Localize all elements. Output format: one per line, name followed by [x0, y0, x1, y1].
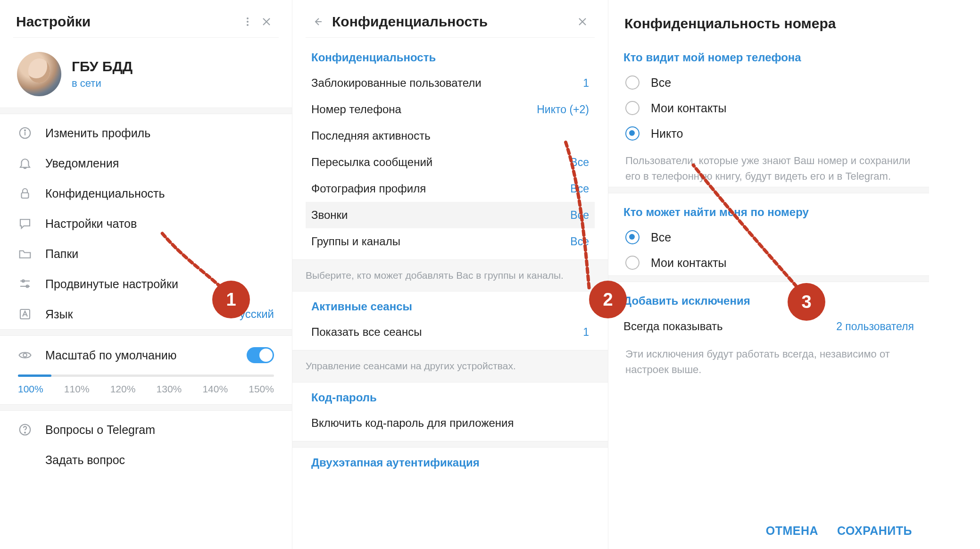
- settings-panel: Настройки ГБУ БДД в сети Изменить профил…: [0, 0, 292, 549]
- divider: [0, 108, 292, 114]
- zoom-step[interactable]: 120%: [110, 383, 136, 395]
- radio-icon: [625, 256, 639, 270]
- chat-icon: [18, 216, 36, 231]
- zoom-row: Масштаб по умолчанию: [13, 340, 279, 367]
- back-icon[interactable]: [308, 12, 327, 31]
- zoom-step[interactable]: 150%: [249, 383, 274, 395]
- zoom-step[interactable]: 140%: [202, 383, 228, 395]
- lock-icon: [18, 186, 36, 201]
- passcode-row[interactable]: Включить код-пароль для приложения: [306, 410, 595, 436]
- zoom-scale[interactable]: 100% 110% 120% 130% 140% 150%: [13, 367, 279, 404]
- bell-icon: [18, 156, 36, 171]
- panel3-title: Конфиденциальность номера: [624, 16, 913, 32]
- menu-notifications[interactable]: Уведомления: [13, 148, 279, 178]
- zoom-step[interactable]: 110%: [64, 383, 90, 395]
- menu-edit-profile[interactable]: Изменить профиль: [13, 118, 279, 148]
- svg-point-5: [25, 130, 25, 131]
- divider: [292, 441, 608, 448]
- svg-point-2: [247, 24, 249, 26]
- save-button[interactable]: СОХРАНИТЬ: [837, 524, 912, 538]
- zoom-step[interactable]: 100%: [18, 383, 43, 395]
- menu-label: Задать вопрос: [45, 453, 274, 467]
- menu-label: Изменить профиль: [45, 126, 274, 140]
- who-sees-heading: Кто видит мой номер телефона: [622, 42, 916, 70]
- radio-icon: [625, 230, 639, 244]
- annotation-arrow-3: [674, 141, 816, 308]
- hint-sessions: Управление сеансами на других устройства…: [292, 350, 608, 382]
- panel3-header: Конфиденциальность номера: [622, 9, 916, 38]
- avatar: [17, 52, 61, 96]
- exceptions-row[interactable]: Всегда показывать 2 пользователя: [622, 313, 916, 340]
- eye-icon: [18, 348, 36, 363]
- privacy-heading: Конфиденциальность: [306, 42, 595, 70]
- menu-faq[interactable]: Вопросы о Telegram: [13, 415, 279, 445]
- divider: [0, 329, 292, 336]
- privacy-panel: Конфиденциальность Конфиденциальность За…: [292, 0, 608, 549]
- zoom-step[interactable]: 130%: [157, 383, 182, 395]
- panel2-title: Конфиденциальность: [332, 14, 573, 30]
- folder-icon: [18, 246, 36, 261]
- step-badge-2: 2: [589, 281, 627, 318]
- panel1-header: Настройки: [13, 9, 279, 38]
- sliders-icon: [18, 276, 36, 291]
- help-icon: [18, 422, 36, 437]
- menu-privacy[interactable]: Конфиденциальность: [13, 178, 279, 208]
- svg-point-14: [25, 432, 25, 433]
- menu-label: Вопросы о Telegram: [45, 423, 274, 437]
- exceptions-desc: Эти исключения будут работать всегда, не…: [622, 340, 916, 380]
- svg-rect-6: [22, 193, 29, 198]
- profile-status: в сети: [72, 77, 133, 90]
- svg-point-1: [247, 21, 249, 23]
- priv-blocked[interactable]: Заблокированные пользователи1: [306, 70, 595, 96]
- menu-label: Конфиденциальность: [45, 187, 274, 200]
- menu-ask[interactable]: Задать вопрос: [13, 445, 279, 475]
- more-icon[interactable]: [238, 12, 257, 31]
- passcode-heading: Код-пароль: [306, 383, 595, 410]
- panel2-header: Конфиденциальность: [306, 9, 595, 38]
- panel1-title: Настройки: [16, 14, 238, 30]
- menu-label: Язык: [45, 308, 232, 321]
- radio-icon: [625, 126, 639, 141]
- button-bar: ОТМЕНА СОХРАНИТЬ: [766, 524, 912, 538]
- close-icon[interactable]: [257, 12, 276, 31]
- svg-point-0: [247, 17, 249, 19]
- who-sees-contacts[interactable]: Мои контакты: [622, 95, 916, 121]
- blank-icon: [18, 452, 36, 467]
- sessions-row[interactable]: Показать все сеансы1: [306, 319, 595, 345]
- who-sees-all[interactable]: Все: [622, 70, 916, 95]
- zoom-label: Масштаб по умолчанию: [45, 349, 247, 362]
- radio-icon: [625, 101, 639, 115]
- profile-name: ГБУ БДД: [72, 58, 133, 75]
- profile-row[interactable]: ГБУ БДД в сети: [13, 42, 279, 108]
- annotation-arrow-2: [551, 118, 613, 299]
- svg-point-12: [23, 353, 27, 357]
- close-icon[interactable]: [573, 12, 592, 31]
- language-icon: [18, 307, 36, 322]
- step-badge-1: 1: [212, 281, 250, 318]
- divider: [0, 404, 292, 411]
- radio-icon: [625, 75, 639, 90]
- step-badge-3: 3: [788, 283, 825, 321]
- phone-privacy-panel: Конфиденциальность номера Кто видит мой …: [608, 0, 929, 549]
- twofa-heading: Двухэтапная аутентификация: [306, 448, 595, 475]
- menu-label: Уведомления: [45, 157, 274, 170]
- info-icon: [18, 125, 36, 141]
- cancel-button[interactable]: ОТМЕНА: [766, 524, 818, 538]
- zoom-toggle[interactable]: [247, 347, 274, 363]
